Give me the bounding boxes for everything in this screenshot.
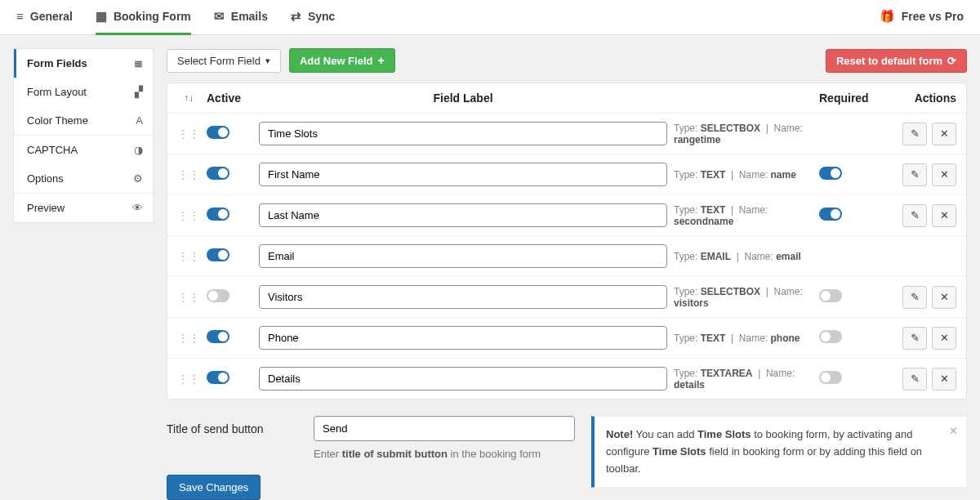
sidebar-item-captcha[interactable]: CAPTCHA◑ (14, 136, 153, 164)
required-toggle[interactable] (819, 289, 842, 302)
select-form-field-button[interactable]: Select Form Field ▾ (167, 49, 281, 73)
sidebar-item-form-layout[interactable]: Form Layout▞ (14, 78, 153, 106)
active-toggle[interactable] (207, 126, 229, 139)
sync-icon: ⇄ (291, 9, 301, 24)
drag-handle-icon[interactable]: ⋮⋮ (177, 373, 200, 386)
nav-sync[interactable]: ⇄Sync (291, 0, 335, 35)
field-meta: Type: TEXT | Name: phone (674, 333, 813, 344)
nav-general[interactable]: ≡General (16, 0, 73, 35)
send-title-section: Title of send button Enter title of subm… (167, 416, 578, 500)
field-meta: Type: SELECTBOX | Name: visitors (674, 286, 813, 309)
sidebar-item-form-fields[interactable]: Form Fields≣ (14, 49, 153, 78)
nav-emails[interactable]: ✉Emails (214, 0, 268, 35)
field-meta: Type: TEXT | Name: name (674, 169, 813, 181)
nav-free-vs-pro-label: Free vs Pro (902, 10, 964, 23)
sidebar-item-label: Form Layout (27, 86, 87, 98)
delete-icon[interactable]: ✕ (932, 204, 956, 227)
gift-icon: 🎁 (880, 9, 895, 24)
theme-icon: A (136, 114, 143, 127)
sidebar-item-label: Form Fields (27, 57, 87, 69)
options-icon: ⚙ (133, 172, 143, 185)
field-row: ⋮⋮Type: TEXTAREA | Name: details✎✕ (167, 359, 966, 399)
active-toggle[interactable] (207, 289, 229, 302)
drag-handle-icon[interactable]: ⋮⋮ (177, 209, 200, 222)
field-label-input[interactable] (259, 367, 667, 391)
reset-button[interactable]: Reset to default form ⟳ (826, 49, 967, 73)
delete-icon[interactable]: ✕ (932, 286, 956, 309)
top-nav: ≡General▦Booking Form✉Emails⇄Sync 🎁 Free… (0, 0, 980, 35)
layout-icon: ▞ (135, 86, 143, 98)
active-toggle[interactable] (207, 167, 229, 180)
header-active: Active (207, 92, 252, 105)
close-icon[interactable]: ✕ (949, 423, 958, 440)
fields-table-header: ↑↓ Active Field Label Required Actions (167, 83, 966, 114)
nav-free-vs-pro[interactable]: 🎁 Free vs Pro (880, 0, 964, 35)
fields-table: ↑↓ Active Field Label Required Actions ⋮… (167, 83, 967, 400)
field-label-input[interactable] (259, 122, 667, 145)
field-label-input[interactable] (259, 163, 667, 186)
delete-icon[interactable]: ✕ (932, 368, 956, 391)
main-area: Select Form Field ▾ Add New Field + Rese… (167, 48, 967, 500)
chevron-down-icon: ▾ (265, 56, 270, 66)
save-button-label: Save Changes (179, 481, 248, 493)
send-title-helper: Enter title of submit button in the book… (314, 448, 575, 460)
required-toggle[interactable] (819, 208, 842, 221)
active-toggle[interactable] (207, 208, 229, 221)
edit-icon[interactable]: ✎ (902, 286, 927, 309)
save-button[interactable]: Save Changes (167, 475, 261, 500)
active-toggle[interactable] (207, 371, 229, 384)
drag-handle-icon[interactable]: ⋮⋮ (177, 168, 200, 181)
drag-handle-icon[interactable]: ⋮⋮ (177, 291, 200, 304)
captcha-icon: ◑ (134, 144, 143, 156)
send-title-label: Title of send button (167, 422, 314, 435)
field-meta: Type: EMAIL | Name: email (674, 251, 813, 262)
drag-handle-icon[interactable]: ⋮⋮ (177, 127, 200, 141)
active-toggle[interactable] (207, 330, 229, 343)
required-toggle[interactable] (819, 330, 842, 343)
send-title-input[interactable] (314, 416, 575, 441)
field-row: ⋮⋮Type: TEXT | Name: phone✎✕ (167, 318, 966, 359)
sliders-icon: ≡ (16, 9, 24, 23)
nav-emails-label: Emails (231, 10, 268, 23)
field-label-input[interactable] (259, 285, 667, 309)
eye-icon: 👁 (132, 202, 143, 214)
field-row: ⋮⋮Type: SELECTBOX | Name: visitors✎✕ (167, 277, 966, 318)
field-label-input[interactable] (259, 326, 667, 350)
field-row: ⋮⋮Type: TEXT | Name: secondname✎✕ (167, 195, 966, 236)
delete-icon[interactable]: ✕ (932, 123, 956, 145)
sort-icon[interactable]: ↑↓ (177, 92, 200, 104)
list-icon: ≣ (134, 57, 143, 69)
select-form-field-label: Select Form Field (177, 55, 261, 67)
edit-icon[interactable]: ✎ (902, 163, 927, 186)
field-label-input[interactable] (259, 244, 667, 268)
header-field-label: Field Label (259, 92, 667, 105)
edit-icon[interactable]: ✎ (902, 123, 927, 145)
delete-icon[interactable]: ✕ (932, 163, 956, 186)
sidebar-item-label: Options (27, 172, 64, 185)
edit-icon[interactable]: ✎ (902, 327, 927, 350)
toolbar: Select Form Field ▾ Add New Field + Rese… (167, 48, 967, 73)
nav-booking-label: Booking Form (114, 10, 191, 23)
drag-handle-icon[interactable]: ⋮⋮ (177, 332, 200, 345)
active-toggle[interactable] (207, 248, 229, 261)
sidebar-item-label: CAPTCHA (27, 144, 78, 156)
field-label-input[interactable] (259, 203, 667, 227)
sidebar-item-preview[interactable]: Preview👁 (14, 194, 153, 222)
field-row: ⋮⋮Type: TEXT | Name: name✎✕ (167, 154, 966, 195)
sidebar-item-options[interactable]: Options⚙ (14, 164, 153, 193)
field-row: ⋮⋮Type: EMAIL | Name: email (167, 236, 966, 277)
field-meta: Type: TEXTAREA | Name: details (674, 368, 813, 391)
refresh-icon: ⟳ (947, 55, 956, 67)
delete-icon[interactable]: ✕ (932, 327, 956, 350)
edit-icon[interactable]: ✎ (902, 368, 927, 391)
nav-general-label: General (30, 10, 73, 23)
field-meta: Type: TEXT | Name: secondname (674, 204, 813, 227)
edit-icon[interactable]: ✎ (902, 204, 927, 227)
sidebar-item-color-theme[interactable]: Color ThemeA (14, 106, 153, 135)
nav-sync-label: Sync (308, 10, 335, 23)
required-toggle[interactable] (819, 371, 842, 384)
drag-handle-icon[interactable]: ⋮⋮ (177, 250, 200, 263)
nav-booking[interactable]: ▦Booking Form (96, 0, 191, 35)
required-toggle[interactable] (819, 167, 842, 180)
add-new-field-button[interactable]: Add New Field + (289, 48, 395, 73)
